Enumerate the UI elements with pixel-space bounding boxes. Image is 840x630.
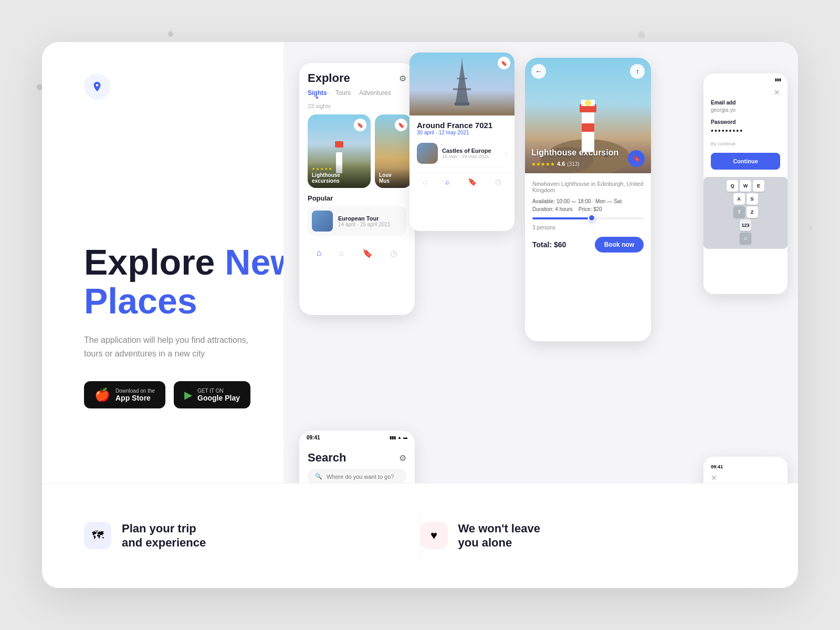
type-close-btn[interactable]: ✕ (711, 474, 717, 482)
auth-close-btn[interactable]: ✕ (774, 88, 780, 97)
feature-alone-text: We won't leave you alone (458, 522, 540, 550)
price-slider[interactable] (532, 217, 644, 219)
around-title: Around France 7021 (417, 121, 507, 130)
google-play-pre-label: GET IT ON (197, 388, 240, 394)
around-nav-home[interactable]: ⌂ (423, 177, 427, 186)
search-header: Search ⚙ (299, 443, 415, 469)
tab-adventures[interactable]: Adventures (359, 89, 391, 99)
detail-available: Available: 10:00 — 18:00 · Mon — Sat (532, 198, 644, 204)
popular-title: Popular (308, 194, 406, 202)
auth-status: ▮▮▮ (704, 74, 788, 82)
svg-rect-3 (455, 102, 469, 106)
lighthouse-card[interactable]: 🔖 ★ ★ ★ ★ ★ Lighthouse excursions (308, 114, 371, 188)
location-icon-wrap (84, 74, 110, 100)
feature-plan-text: Plan your trip and experience (122, 522, 206, 550)
google-play-button[interactable]: ▶ GET IT ON Google Play (174, 381, 250, 408)
around-nav-bookmark[interactable]: 🔖 (468, 177, 477, 186)
search-signal: ▮▮▮ (390, 435, 396, 440)
plan-icon: 🗺 (92, 529, 103, 542)
around-bookmark[interactable]: 🔖 (498, 57, 510, 69)
key-e[interactable]: E (753, 180, 764, 192)
key-123[interactable]: 123 (740, 219, 751, 231)
nav-search-icon[interactable]: ⌕ (339, 248, 344, 258)
rating-stars: ★ ★ ★ ★ ★ (531, 161, 555, 167)
plan-title-text: Plan your trip (122, 522, 196, 535)
detail-back-btn[interactable]: ← (531, 64, 546, 79)
key-w[interactable]: W (740, 180, 751, 192)
feature-plan: 🗺 Plan your trip and experience (84, 522, 420, 550)
hero-title-black: Explore (84, 242, 225, 282)
nav-profile-icon[interactable]: ◷ (390, 248, 397, 258)
explore-header: Explore ⚙ (299, 63, 415, 89)
popular-item[interactable]: European Tour 14 april - 25 april 2021 (308, 206, 406, 236)
search-filter-icon[interactable]: ⚙ (399, 453, 406, 463)
bookmark-btn-2[interactable]: 🔖 (395, 119, 407, 131)
slider-track (532, 217, 644, 219)
screen-big-detail: 09:41 ▮▮▮ ▲ ▬ (525, 58, 651, 341)
hero-title-blue2: Places (84, 281, 197, 321)
popular-section: Popular European Tour 14 april - 25 apri… (299, 188, 415, 240)
svg-rect-5 (457, 78, 467, 79)
lighthouse-label: ★ ★ ★ ★ ★ Lighthouse excursions (308, 163, 371, 188)
auth-continue-text: By continue (704, 138, 788, 150)
auth-continue-btn[interactable]: Continue (711, 153, 780, 170)
search-wifi: ▲ (397, 435, 402, 440)
nav-bookmark-icon[interactable]: 🔖 (362, 248, 373, 258)
type-header: ✕ (711, 474, 780, 482)
explore-bottom-nav: ⌂ ⌕ 🔖 ◷ (299, 244, 415, 262)
around-nav-profile[interactable]: ◷ (495, 177, 501, 186)
sights-count: 23 sights (299, 103, 415, 114)
key-q[interactable]: Q (727, 180, 738, 192)
key-emoji[interactable]: ☺ (740, 233, 751, 244)
search-bar[interactable]: 🔍 (308, 469, 406, 484)
detail-bookmark-btn[interactable]: 🔖 (628, 150, 645, 167)
google-play-icon: ▶ (184, 388, 192, 401)
key-s[interactable]: S (747, 193, 758, 205)
detail-content: Newhaven Lighthouse in Edinburgh, United… (525, 173, 651, 260)
detail-hero-image: ← ↑ 🔖 ★ ★ ★ ★ ★ 4.6 (313) (525, 58, 651, 173)
slider-thumb[interactable] (588, 214, 595, 222)
heart-icon: ♥ (430, 529, 437, 542)
detail-main-title: Lighthouse excursion (531, 148, 618, 158)
around-list-item-1[interactable]: Castles of Europe 16 mav - 19 mav 2021 › (417, 140, 507, 167)
auth-email-field: Email add georgia.yo (704, 97, 788, 116)
filter-icon[interactable]: ⚙ (399, 74, 406, 83)
detail-location: Newhaven Lighthouse in Edinburgh, United… (532, 181, 644, 193)
hero-subtitle: The application will help you find attra… (84, 333, 252, 360)
around-nav: ⌂ ⌕ 🔖 ◷ (410, 173, 514, 190)
key-a[interactable]: A (733, 193, 745, 205)
nav-home-icon[interactable]: ⌂ (317, 248, 322, 258)
feature-plan-icon-wrap: 🗺 (84, 522, 111, 549)
louvre-label: LouvMus (375, 168, 412, 188)
castle-name: Castles of Europe (442, 148, 491, 154)
google-play-name: Google Play (197, 394, 240, 402)
bookmark-btn-1[interactable]: 🔖 (354, 119, 366, 131)
search-title: Search (308, 451, 346, 465)
list-arrow: › (506, 151, 507, 156)
app-store-name: App Store (116, 394, 155, 402)
auth-password-dots[interactable]: ••••••••• (711, 127, 780, 135)
auth-status-icons: ▮▮▮ (775, 78, 781, 82)
key-shift[interactable]: ⇧ (733, 206, 745, 218)
detail-duration-price: Duration: 4 hours Price: $20 (532, 206, 644, 212)
tab-sights[interactable]: Sights (308, 89, 327, 99)
detail-price-per: Price: $20 (579, 206, 602, 212)
app-store-button[interactable]: 🍎 Download on the App Store (84, 381, 165, 408)
location-icon (91, 81, 103, 92)
auth-password-label: Password (711, 119, 780, 125)
slider-fill (532, 217, 588, 219)
key-row-5: ☺ (707, 233, 784, 244)
louvre-card[interactable]: 🔖 LouvMus (375, 114, 412, 188)
main-card: Explore New Places The application will … (42, 42, 798, 588)
tab-tours[interactable]: Tours (335, 89, 351, 99)
detail-share-btn[interactable]: ↑ (630, 64, 645, 79)
auth-header: ✕ (704, 82, 788, 97)
search-input[interactable] (327, 474, 399, 480)
auth-email-value[interactable]: georgia.yo (711, 107, 780, 113)
search-battery: ▬ (403, 435, 407, 440)
book-now-button[interactable]: Book now (595, 237, 644, 253)
svg-rect-4 (453, 88, 471, 90)
around-nav-search[interactable]: ⌕ (445, 177, 449, 186)
key-z[interactable]: Z (747, 206, 758, 218)
castle-thumb (417, 143, 438, 164)
